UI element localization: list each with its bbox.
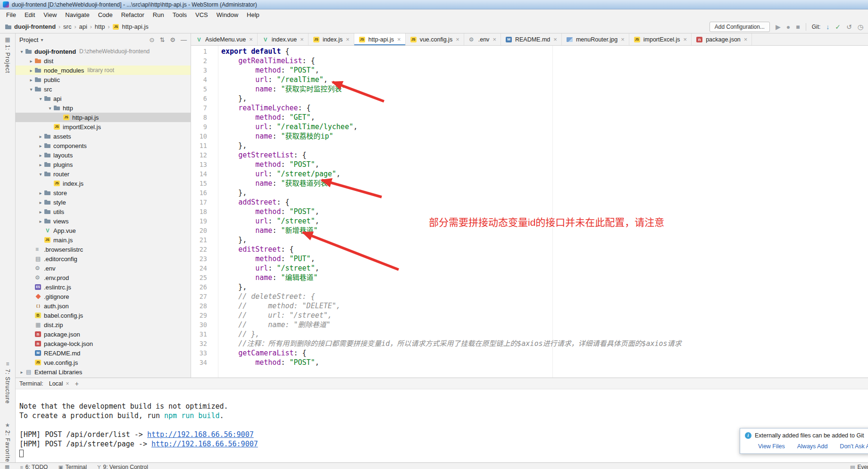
code-line-8[interactable]: 8 method: "GET",	[191, 113, 868, 122]
chevron-right-icon[interactable]: ▸	[28, 77, 34, 82]
code-line-2[interactable]: 2 getRealTimeList: {	[191, 56, 868, 66]
terminal-button[interactable]: ▣Terminal	[58, 464, 87, 469]
tree-item-components[interactable]: ▸components	[16, 141, 191, 150]
tree-item-app-vue[interactable]: App.vue	[16, 226, 191, 235]
chevron-right-icon[interactable]: ▸	[37, 200, 44, 205]
close-icon[interactable]: ×	[684, 36, 687, 43]
chevron-down-icon[interactable]: ▾	[37, 172, 44, 177]
tree-item-store[interactable]: ▸store	[16, 188, 191, 197]
terminal-tab-local[interactable]: Local ×	[49, 380, 69, 387]
chevron-down-icon[interactable]: ▾	[47, 106, 53, 111]
close-icon[interactable]: ×	[249, 36, 253, 43]
terminal-link[interactable]: http://192.168.66.56:9007	[147, 430, 254, 439]
add-configuration-button[interactable]: Add Configuration...	[709, 22, 770, 32]
code-line-28[interactable]: 28 // method: "DELETE",	[191, 301, 868, 311]
close-icon[interactable]: ×	[66, 380, 69, 387]
event-log-button[interactable]: ▤Event Log	[850, 464, 868, 469]
menu-vcs[interactable]: VCS	[191, 10, 212, 19]
menu-file[interactable]: File	[2, 10, 20, 19]
code-line-4[interactable]: 4 url: "/realTime",	[191, 75, 868, 84]
code-line-15[interactable]: 15 name: "获取巷道列表"	[191, 179, 868, 188]
tree-item-readme-md[interactable]: README.md	[16, 348, 191, 358]
tree-item-utils[interactable]: ▸utils	[16, 207, 191, 216]
tree-item-editorconfig[interactable]: .editorconfig	[16, 254, 191, 263]
git-update-icon[interactable]: ↓	[826, 24, 829, 30]
breadcrumb-item-http[interactable]: http	[95, 23, 105, 30]
tree-item-assets[interactable]: ▸assets	[16, 132, 191, 141]
close-icon[interactable]: ×	[492, 36, 496, 43]
chevron-right-icon[interactable]: ▸	[37, 153, 44, 158]
tree-item-duoji-frontend[interactable]: ▾duoji-frontendD:\zheheWeb\duoji-fronten…	[16, 47, 191, 56]
version-control-button[interactable]: Y9: Version Control	[97, 464, 148, 469]
code-line-26[interactable]: 26 },	[191, 282, 868, 292]
code-line-25[interactable]: 25 name: "编辑巷道"	[191, 273, 868, 282]
tree-item-layouts[interactable]: ▸layouts	[16, 150, 191, 160]
code-line-18[interactable]: 18 method: "POST",	[191, 207, 868, 216]
history-icon[interactable]: ◷	[858, 24, 863, 30]
notification-action-don-t-ask-again[interactable]: Don't Ask Again	[840, 443, 868, 450]
code-line-17[interactable]: 17 addStreet: {	[191, 197, 868, 207]
tree-item-style[interactable]: ▸style	[16, 197, 191, 207]
dock-favorites[interactable]: ★2: Favorites	[0, 422, 15, 466]
chevron-right-icon[interactable]: ▸	[37, 190, 44, 196]
menu-code[interactable]: Code	[94, 10, 117, 19]
project-panel-title[interactable]: Project	[19, 36, 38, 43]
tree-item-api[interactable]: ▾api	[16, 94, 191, 103]
code-line-22[interactable]: 22 editStreet: {	[191, 245, 868, 254]
dock-project[interactable]: ▦1: Project	[0, 36, 15, 74]
tab-http-api-js[interactable]: http-api.js×	[354, 33, 406, 45]
code-line-3[interactable]: 3 method: "POST",	[191, 66, 868, 75]
code-line-20[interactable]: 20 name: "新增巷道"	[191, 226, 868, 235]
code-line-1[interactable]: 1export default {	[191, 47, 868, 56]
tree-item-index-js[interactable]: index.js	[16, 179, 191, 188]
code-editor[interactable]: 1export default {2 getRealTimeList: {3 m…	[191, 46, 868, 378]
close-icon[interactable]: ×	[621, 36, 625, 43]
terminal-link[interactable]: http://192.168.66.56:9007	[151, 440, 258, 448]
tree-item-importexcel-js[interactable]: importExcel.js	[16, 122, 191, 132]
chevron-down-icon[interactable]: ▾	[41, 37, 43, 42]
tree-item-external-libraries[interactable]: ▸External Libraries	[16, 367, 191, 377]
tree-item-gitignore[interactable]: .gitignore	[16, 292, 191, 301]
breadcrumb-item-http-api-js[interactable]: http-api.js	[112, 23, 148, 31]
menu-help[interactable]: Help	[242, 10, 264, 19]
tree-item-router[interactable]: ▾router	[16, 169, 191, 179]
notification-action-always-add[interactable]: Always Add	[797, 443, 828, 450]
chevron-right-icon[interactable]: ▸	[18, 370, 25, 375]
close-icon[interactable]: ×	[744, 36, 748, 43]
code-line-32[interactable]: 32 //注释：所有用到删除的接口都需要拼接变量id，所以请求方式采用了挂载在原…	[191, 339, 868, 348]
menu-run[interactable]: Run	[149, 10, 168, 19]
code-line-34[interactable]: 34 method: "POST",	[191, 358, 868, 367]
tree-item-auth-json[interactable]: auth.json	[16, 301, 191, 311]
hide-panel-icon[interactable]: —	[181, 36, 187, 43]
close-icon[interactable]: ×	[300, 36, 304, 43]
tree-item-vue-config-js[interactable]: vue.config.js	[16, 358, 191, 367]
code-line-6[interactable]: 6 },	[191, 94, 868, 103]
chevron-right-icon[interactable]: ▸	[37, 134, 44, 139]
tree-item-src[interactable]: ▾src	[16, 84, 191, 94]
tree-item-package-lock-json[interactable]: package-lock.json	[16, 339, 191, 348]
git-rollback-icon[interactable]: ↺	[846, 24, 852, 30]
tree-item-views[interactable]: ▸views	[16, 216, 191, 226]
notification-action-view-files[interactable]: View Files	[758, 443, 785, 450]
chevron-right-icon[interactable]: ▸	[37, 209, 44, 214]
code-line-12[interactable]: 12 getStreetList: {	[191, 150, 868, 160]
tree-item-dist[interactable]: ▸dist	[16, 56, 191, 66]
run-icon[interactable]: ▶	[776, 24, 781, 30]
dock-structure[interactable]: ≡7: Structure	[0, 361, 15, 404]
chevron-down-icon[interactable]: ▾	[28, 87, 34, 92]
chevron-right-icon[interactable]: ▸	[37, 219, 44, 224]
chevron-right-icon[interactable]: ▸	[37, 162, 44, 167]
code-line-14[interactable]: 14 url: "/street/page",	[191, 169, 868, 179]
todo-button[interactable]: ≡6: TODO	[20, 464, 48, 469]
breadcrumb-item-src[interactable]: src	[63, 23, 71, 30]
tab-index-vue[interactable]: index.vue×	[258, 33, 309, 45]
tree-item-eslintrc-js[interactable]: .eslintrc.js	[16, 282, 191, 292]
menu-window[interactable]: Window	[212, 10, 242, 19]
close-icon[interactable]: ×	[397, 36, 401, 43]
tool-windows-icon[interactable]: ▦	[5, 464, 9, 469]
breadcrumb-item-api[interactable]: api	[79, 23, 87, 30]
tree-item-env-prod[interactable]: .env.prod	[16, 273, 191, 282]
menu-view[interactable]: View	[39, 10, 61, 19]
tab-readme-md[interactable]: README.md×	[501, 33, 562, 45]
tab-asidemenu-vue[interactable]: AsideMenu.vue×	[191, 33, 258, 45]
